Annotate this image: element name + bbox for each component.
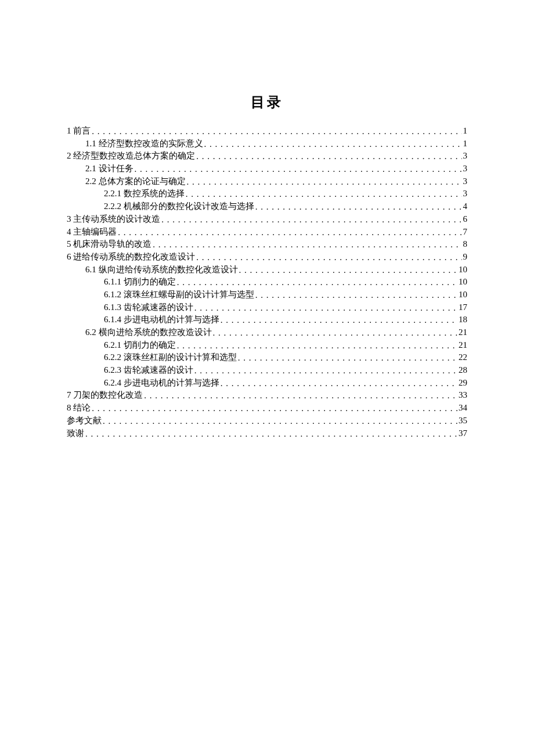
- toc-entry-label: 6.2.4 步进电动机的计算与选择: [104, 379, 219, 387]
- toc-entry: 2.1 设计任务. . . . . . . . . . . . . . . . …: [67, 164, 467, 173]
- toc-title: 目录: [67, 93, 467, 111]
- toc-entry-page: 10: [459, 265, 467, 274]
- toc-entry: 参考文献. . . . . . . . . . . . . . . . . . …: [67, 416, 467, 425]
- toc-leader-dots: . . . . . . . . . . . . . . . . . . . . …: [213, 329, 458, 337]
- toc-entry: 1 前言. . . . . . . . . . . . . . . . . . …: [67, 127, 467, 135]
- toc-leader-dots: . . . . . . . . . . . . . . . . . . . . …: [255, 291, 457, 300]
- toc-entry: 6.1.3 齿轮减速器的设计. . . . . . . . . . . . . …: [67, 303, 467, 312]
- toc-leader-dots: . . . . . . . . . . . . . . . . . . . . …: [135, 165, 462, 174]
- toc-leader-dots: . . . . . . . . . . . . . . . . . . . . …: [177, 278, 457, 287]
- toc-entry-page: 1: [463, 139, 468, 148]
- toc-entry-page: 1: [463, 127, 468, 135]
- toc-entry-label: 致谢: [67, 429, 84, 438]
- toc-leader-dots: . . . . . . . . . . . . . . . . . . . . …: [238, 354, 457, 362]
- toc-leader-dots: . . . . . . . . . . . . . . . . . . . . …: [221, 316, 457, 325]
- toc-entry-label: 6.2.1 切削力的确定: [104, 341, 176, 350]
- toc-entry-page: 8: [463, 240, 468, 249]
- toc-entry: 6.2.2 滚珠丝杠副的设计计算和选型. . . . . . . . . . .…: [67, 353, 467, 362]
- toc-entry-label: 6.1.2 滚珠丝杠螺母副的设计计算与选型: [104, 290, 254, 299]
- toc-leader-dots: . . . . . . . . . . . . . . . . . . . . …: [221, 379, 457, 388]
- toc-entry-label: 参考文献: [67, 416, 102, 425]
- toc-entry-label: 2.2 总体方案的论证与确定: [85, 177, 186, 186]
- toc-entry-page: 4: [463, 202, 468, 211]
- toc-entry-page: 6: [463, 215, 468, 224]
- toc-entry: 6.2 横向进给系统的数控改造设计. . . . . . . . . . . .…: [67, 328, 467, 337]
- toc-entry: 2.2 总体方案的论证与确定. . . . . . . . . . . . . …: [67, 177, 467, 186]
- toc-entry-label: 7 刀架的数控化改造: [67, 391, 143, 399]
- toc-entry-label: 2.1 设计任务: [85, 164, 134, 173]
- toc-entry-label: 6.1.3 齿轮减速器的设计: [104, 303, 193, 312]
- toc-entry-page: 9: [463, 253, 468, 261]
- toc-leader-dots: . . . . . . . . . . . . . . . . . . . . …: [144, 391, 457, 400]
- toc-entry-label: 3 主传动系统的设计改造: [67, 215, 160, 224]
- toc-entry-page: 3: [463, 177, 468, 186]
- toc-entry: 7 刀架的数控化改造. . . . . . . . . . . . . . . …: [67, 391, 467, 399]
- toc-entry: 6 进给传动系统的数控化改造设计. . . . . . . . . . . . …: [67, 253, 467, 261]
- toc-entry-page: 21: [459, 328, 467, 337]
- toc-entry: 6.2.3 齿轮减速器的设计. . . . . . . . . . . . . …: [67, 366, 467, 375]
- toc-entry: 6.2.1 切削力的确定. . . . . . . . . . . . . . …: [67, 341, 467, 350]
- toc-entry-label: 2.2.1 数控系统的选择: [104, 189, 185, 198]
- toc-leader-dots: . . . . . . . . . . . . . . . . . . . . …: [92, 404, 457, 413]
- toc-entry: 8 结论. . . . . . . . . . . . . . . . . . …: [67, 404, 467, 412]
- toc-entry: 3 主传动系统的设计改造. . . . . . . . . . . . . . …: [67, 215, 467, 224]
- toc-entry-page: 29: [459, 379, 467, 387]
- toc-entry-page: 34: [459, 404, 467, 412]
- toc-entry: 6.1.4 步进电动机的计算与选择. . . . . . . . . . . .…: [67, 315, 467, 324]
- toc-leader-dots: . . . . . . . . . . . . . . . . . . . . …: [153, 240, 461, 249]
- table-of-contents: 1 前言. . . . . . . . . . . . . . . . . . …: [67, 127, 467, 438]
- toc-entry-label: 6.1.4 步进电动机的计算与选择: [104, 315, 219, 324]
- toc-leader-dots: . . . . . . . . . . . . . . . . . . . . …: [186, 190, 462, 199]
- toc-entry-page: 18: [459, 315, 467, 324]
- toc-entry-page: 22: [459, 353, 467, 362]
- toc-leader-dots: . . . . . . . . . . . . . . . . . . . . …: [204, 140, 462, 149]
- toc-entry-label: 6.2 横向进给系统的数控改造设计: [85, 328, 212, 337]
- toc-leader-dots: . . . . . . . . . . . . . . . . . . . . …: [255, 203, 462, 211]
- toc-entry-page: 3: [463, 189, 468, 198]
- toc-leader-dots: . . . . . . . . . . . . . . . . . . . . …: [194, 366, 457, 375]
- toc-entry-label: 2.2.2 机械部分的数控化设计改造与选择: [104, 202, 254, 211]
- toc-entry: 1.1 经济型数控改造的实际意义. . . . . . . . . . . . …: [67, 139, 467, 148]
- toc-entry-label: 1.1 经济型数控改造的实际意义: [85, 139, 203, 148]
- toc-entry-label: 6.1 纵向进给传动系统的数控化改造设计: [85, 265, 238, 274]
- toc-entry-page: 3: [463, 152, 468, 160]
- toc-leader-dots: . . . . . . . . . . . . . . . . . . . . …: [177, 341, 457, 350]
- toc-leader-dots: . . . . . . . . . . . . . . . . . . . . …: [187, 178, 462, 186]
- toc-leader-dots: . . . . . . . . . . . . . . . . . . . . …: [196, 253, 461, 262]
- toc-entry-label: 2 经济型数控改造总体方案的确定: [67, 152, 195, 160]
- toc-leader-dots: . . . . . . . . . . . . . . . . . . . . …: [118, 228, 461, 237]
- toc-entry: 2.2.2 机械部分的数控化设计改造与选择. . . . . . . . . .…: [67, 202, 467, 211]
- toc-entry-page: 7: [463, 228, 468, 236]
- toc-entry-page: 3: [463, 164, 468, 173]
- toc-entry-page: 37: [459, 429, 467, 438]
- toc-entry: 6.1.2 滚珠丝杠螺母副的设计计算与选型. . . . . . . . . .…: [67, 290, 467, 299]
- toc-entry: 6.1.1 切削力的确定. . . . . . . . . . . . . . …: [67, 278, 467, 286]
- toc-leader-dots: . . . . . . . . . . . . . . . . . . . . …: [194, 304, 457, 312]
- toc-leader-dots: . . . . . . . . . . . . . . . . . . . . …: [103, 417, 457, 426]
- toc-entry-label: 8 结论: [67, 404, 91, 412]
- toc-entry-label: 6.2.3 齿轮减速器的设计: [104, 366, 193, 375]
- toc-leader-dots: . . . . . . . . . . . . . . . . . . . . …: [196, 152, 461, 161]
- toc-entry: 5 机床滑动导轨的改造. . . . . . . . . . . . . . .…: [67, 240, 467, 249]
- toc-entry-page: 33: [459, 391, 467, 399]
- toc-leader-dots: . . . . . . . . . . . . . . . . . . . . …: [239, 266, 458, 275]
- toc-entry: 6.1 纵向进给传动系统的数控化改造设计. . . . . . . . . . …: [67, 265, 467, 274]
- toc-entry: 2 经济型数控改造总体方案的确定. . . . . . . . . . . . …: [67, 152, 467, 160]
- toc-leader-dots: . . . . . . . . . . . . . . . . . . . . …: [161, 215, 461, 224]
- toc-entry-page: 28: [459, 366, 467, 375]
- toc-entry-page: 10: [459, 278, 467, 286]
- toc-entry-label: 6.2.2 滚珠丝杠副的设计计算和选型: [104, 353, 237, 362]
- toc-entry-label: 4 主轴编码器: [67, 228, 117, 236]
- toc-leader-dots: . . . . . . . . . . . . . . . . . . . . …: [85, 430, 457, 438]
- toc-entry: 4 主轴编码器. . . . . . . . . . . . . . . . .…: [67, 228, 467, 236]
- toc-entry-label: 1 前言: [67, 127, 91, 135]
- toc-entry-label: 6 进给传动系统的数控化改造设计: [67, 253, 195, 261]
- toc-entry: 2.2.1 数控系统的选择. . . . . . . . . . . . . .…: [67, 189, 467, 198]
- toc-entry-page: 35: [459, 416, 467, 425]
- toc-leader-dots: . . . . . . . . . . . . . . . . . . . . …: [92, 127, 461, 136]
- toc-entry: 6.2.4 步进电动机的计算与选择. . . . . . . . . . . .…: [67, 379, 467, 387]
- toc-entry-page: 10: [459, 290, 467, 299]
- toc-entry: 致谢. . . . . . . . . . . . . . . . . . . …: [67, 429, 467, 438]
- toc-entry-label: 5 机床滑动导轨的改造: [67, 240, 151, 249]
- toc-entry-page: 17: [459, 303, 467, 312]
